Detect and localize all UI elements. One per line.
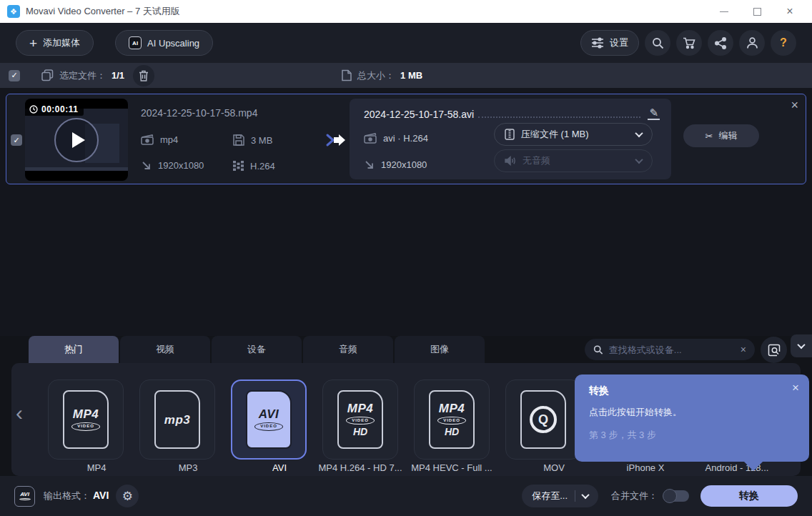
chevron-down-icon: [635, 156, 643, 164]
mp4-hd-file-icon: MP4 VIDEO HD: [429, 390, 475, 449]
sliders-icon: [591, 37, 604, 49]
resize-arrow-icon: [141, 160, 152, 171]
account-button[interactable]: [739, 30, 765, 56]
convert-button[interactable]: 转换: [700, 485, 798, 507]
tooltip-close-button[interactable]: ×: [792, 382, 799, 394]
source-resolution-meta: 1920x1080: [141, 160, 204, 171]
output-panel: 2024-12-25-10-17-58.avi ✎ avi · H.264 压缩…: [350, 99, 671, 179]
toolbar-right: 设置 ?: [580, 30, 796, 56]
toggle-knob: [663, 489, 677, 503]
select-all-checkbox[interactable]: ✓: [9, 70, 20, 81]
ai-chip-icon: AI: [129, 36, 142, 49]
format-card-avi-selected[interactable]: AVI VIDEO: [231, 379, 307, 460]
media-format-icon: [364, 133, 377, 144]
find-in-page-icon: [768, 344, 781, 357]
maximize-icon: [753, 8, 761, 16]
save-to-dropdown[interactable]: 保存至...: [522, 485, 598, 507]
total-size-value: 1 MB: [400, 70, 422, 81]
convert-arrow-icon: [325, 132, 347, 149]
source-filename: 2024-12-25-10-17-58.mp4: [141, 107, 257, 119]
trash-icon: [139, 70, 149, 81]
source-format-meta: mp4: [141, 134, 178, 145]
total-size-group: 总大小： 1 MB: [342, 69, 422, 82]
selection-bar: ✓ 选定文件： 1/1 总大小： 1 MB: [0, 63, 812, 88]
remove-file-button[interactable]: ×: [791, 99, 798, 111]
find-device-button[interactable]: [761, 337, 787, 363]
convert-tooltip: 转换 点击此按钮开始转换。 第 3 步，共 3 步 ×: [575, 374, 809, 462]
output-format-value: AVI: [93, 490, 109, 501]
format-settings-button[interactable]: ⚙: [116, 485, 139, 507]
close-icon: ×: [792, 381, 799, 395]
format-card-mp4-h264-hd[interactable]: MP4 VIDEO HD: [322, 379, 398, 460]
tooltip-title: 转换: [589, 384, 795, 397]
compress-icon: [505, 129, 515, 140]
format-card-mov[interactable]: Q: [505, 379, 581, 460]
play-icon: [72, 132, 85, 148]
divider: [575, 490, 575, 502]
resize-arrow-icon: [364, 159, 375, 170]
clear-search-icon[interactable]: ×: [741, 344, 746, 355]
output-resolution-meta: 1920x1080: [364, 159, 427, 170]
avi-file-icon: AVI VIDEO: [246, 390, 292, 449]
rename-button[interactable]: ✎: [648, 107, 660, 120]
tab-audio[interactable]: 音频: [303, 336, 393, 363]
media-format-icon: [141, 134, 154, 145]
toolbar: + 添加媒体 AI AI Upscaling 设置 ?: [0, 23, 812, 63]
format-search: ×: [585, 339, 755, 360]
add-media-button[interactable]: + 添加媒体: [16, 30, 94, 56]
tab-popular[interactable]: 热门: [29, 336, 119, 363]
maximize-button[interactable]: [741, 0, 773, 23]
total-size-label: 总大小：: [357, 69, 395, 82]
collapse-panel-button[interactable]: [791, 334, 812, 357]
file-row[interactable]: ✓ 00:00:11 2024-12-25-10-17-58.mp4 mp4 3…: [6, 94, 806, 184]
format-card-mp4-hevc-full[interactable]: MP4 VIDEO HD: [414, 379, 490, 460]
chevron-down-icon: [635, 129, 643, 137]
edit-button[interactable]: ✂ 编辑: [683, 124, 759, 147]
dotted-leader: [478, 116, 640, 118]
compression-dropdown[interactable]: 压缩文件 (1 MB): [494, 123, 653, 146]
file-icon: [342, 69, 352, 81]
tab-video[interactable]: 视频: [120, 336, 210, 363]
plus-icon: +: [29, 36, 37, 50]
delete-files-button[interactable]: [133, 65, 154, 86]
tab-images[interactable]: 图像: [395, 336, 485, 363]
close-icon: ×: [786, 5, 793, 18]
format-card-mp3[interactable]: mp3: [139, 379, 215, 460]
clock-icon: [29, 105, 38, 114]
tab-devices[interactable]: 设备: [212, 336, 302, 363]
format-search-input[interactable]: [609, 344, 735, 355]
help-button[interactable]: ?: [771, 30, 796, 56]
output-name-row: 2024-12-25-10-17-58.avi ✎: [364, 107, 660, 120]
play-button[interactable]: [54, 118, 99, 162]
settings-button[interactable]: 设置: [580, 30, 639, 56]
pencil-icon: ✎: [649, 106, 658, 119]
close-button[interactable]: ×: [773, 0, 806, 23]
minimize-button[interactable]: [708, 0, 741, 23]
format-card-mp4[interactable]: MP4 VIDEO: [48, 379, 124, 460]
video-thumbnail[interactable]: 00:00:11: [25, 99, 128, 181]
audio-dropdown[interactable]: 无音频: [494, 149, 653, 172]
scroll-left-button[interactable]: ‹: [16, 402, 23, 424]
copy-files-icon: [41, 69, 54, 81]
source-codec-meta: H.264: [233, 160, 275, 172]
share-button[interactable]: [708, 30, 733, 56]
format-label: MP4 HEVC - Full ...: [398, 462, 505, 473]
selected-files-count: 1/1: [112, 70, 124, 81]
chevron-down-icon: [581, 491, 589, 499]
file-checkbox[interactable]: ✓: [11, 134, 22, 146]
share-icon: [715, 37, 726, 49]
selected-files-label: 选定文件：: [59, 69, 106, 82]
floppy-icon: [233, 134, 244, 146]
tooltip-body: 点击此按钮开始转换。: [589, 406, 795, 419]
format-label: Android - 128...: [683, 462, 791, 473]
scissors-icon: ✂: [705, 131, 713, 142]
merge-toggle[interactable]: [663, 490, 689, 502]
output-format-text: 输出格式：AVI: [44, 490, 109, 502]
ai-upscaling-button[interactable]: AI AI Upscaling: [115, 30, 213, 56]
tooltip-step: 第 3 步，共 3 步: [589, 429, 795, 442]
source-size-meta: 3 MB: [233, 134, 272, 146]
mov-file-icon: Q: [520, 390, 566, 449]
user-icon: [746, 36, 758, 49]
search-button[interactable]: [645, 30, 670, 56]
cart-button[interactable]: [676, 30, 702, 56]
